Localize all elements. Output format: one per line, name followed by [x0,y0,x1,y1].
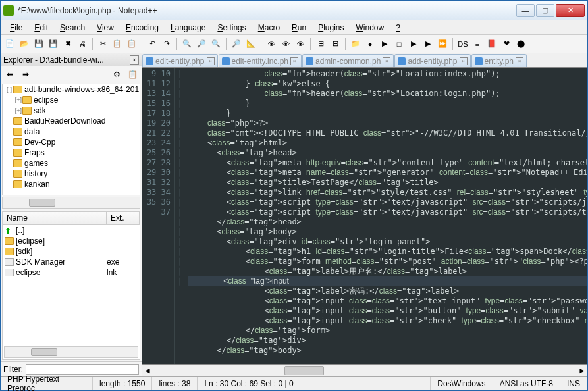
maximize-button[interactable]: ▢ [536,4,554,17]
folder-icon [22,96,32,104]
toolbar-button[interactable]: ⬤ [514,38,527,51]
toolbar-button[interactable]: ⏩ [436,38,449,51]
file-row[interactable]: [eclipse] [3,236,140,246]
nav-tool2-icon[interactable]: 📋 [126,68,139,80]
tree-item[interactable]: Dev-Cpp [3,137,140,147]
toolbar-button[interactable]: ⊞ [314,38,327,51]
code-editor[interactable]: class="fn">header(class="str">"Location:… [184,68,587,364]
toolbar-button[interactable]: 📂 [18,38,31,51]
app-window: *E:\www\filedock\login.php - Notepad++ —… [0,0,588,391]
titlebar[interactable]: *E:\www\filedock\login.php - Notepad++ —… [1,1,587,20]
nav-back-icon[interactable]: ⬅ [3,68,16,80]
explorer-panel: Explorer - D:\adt-bundle-wi... × ⬅ ➡ ⚙ 📋… [1,53,142,376]
close-button[interactable]: ✕ [556,4,585,17]
nav-tool-icon[interactable]: ⚙ [110,68,123,80]
toolbar-button[interactable]: □ [392,38,406,51]
tree-item[interactable]: data [3,126,140,137]
tree-hscrollbar[interactable] [2,197,140,209]
toolbar-button[interactable]: 📕 [485,38,498,51]
toolbar-button[interactable]: 🔍 [209,38,223,51]
sb-encoding: ANSI as UTF-8 [493,377,560,390]
tree-item[interactable]: [-]adt-bundle-windows-x86_64-201 [3,84,140,95]
fold-column[interactable]: │ │ │ │ │ │ │ │ │ │ │ │ │ │ │ │ │ │ │ │ … [175,68,184,364]
menu-encoding[interactable]: Encoding [120,22,164,34]
toolbar-button[interactable]: ▶ [378,38,391,51]
toolbar-button[interactable]: ✂ [96,38,109,51]
tab-close-icon[interactable]: × [207,57,215,65]
toolbar-button[interactable]: 📐 [244,38,257,51]
menu-window[interactable]: Window [351,22,390,34]
toolbar-button[interactable]: 📋 [111,38,124,51]
explorer-close-button[interactable]: × [130,55,139,65]
toolbar-button[interactable]: DS [456,38,469,51]
nav-fwd-icon[interactable]: ➡ [19,68,32,80]
file-row[interactable]: ⬆[..] [3,225,140,236]
menu-search[interactable]: Search [55,22,90,34]
tree-item[interactable]: games [3,158,140,169]
menu-macro[interactable]: Macro [253,22,285,34]
filter-input[interactable] [26,364,139,375]
toolbar-button[interactable]: 👁 [279,38,292,51]
toolbar: 📄📂💾💾✖🖨✂📋📋↶↷🔍🔎🔍🔎📐👁👁👁⊞⊟📁●▶□▶▶⏩DS≡📕❤⬤ [1,35,587,53]
folder-icon [13,170,22,178]
menu-language[interactable]: Language [165,22,211,34]
toolbar-button[interactable]: 🖨 [76,38,89,51]
tree-item[interactable]: BaiduReaderDownload [3,116,140,126]
tree-item[interactable]: [+]sdk [3,105,140,116]
editor-tab[interactable]: entity.ph× [471,54,527,67]
file-row[interactable]: eclipselnk [3,267,140,278]
toolbar-button[interactable]: ↷ [160,38,173,51]
toolbar-button[interactable]: 💾 [32,38,45,51]
statusbar: PHP Hypertext Preproc length : 1550 line… [1,376,587,390]
tree-item[interactable]: [+]eclipse [3,95,140,105]
menu-file[interactable]: File [5,22,28,34]
toolbar-button[interactable]: 📁 [349,38,362,51]
folder-tree[interactable]: [-]adt-bundle-windows-x86_64-201[+]eclip… [2,84,140,195]
sb-position: Ln : 30 Col : 69 Sel : 0 | 0 [198,377,431,390]
filelist-hscrollbar[interactable] [4,346,138,358]
tree-item[interactable]: history [3,169,140,179]
toolbar-button[interactable]: 🔎 [230,38,243,51]
editor-tab[interactable]: edit-entity.inc.ph× [219,54,302,67]
menu-?[interactable]: ? [390,22,406,34]
toolbar-button[interactable]: 🔎 [195,38,208,51]
file-icon [222,57,230,65]
editor-hscrollbar[interactable]: ◄ ► [142,364,587,376]
tab-close-icon[interactable]: × [383,57,390,65]
file-row[interactable]: SDK Managerexe [3,257,140,267]
editor-tab[interactable]: add-entity.php× [394,54,470,67]
file-icon [475,57,483,65]
file-icon [398,57,406,65]
toolbar-button[interactable]: ▶ [421,38,435,51]
col-name[interactable]: Name [3,212,107,224]
menu-plugins[interactable]: Plugins [313,22,349,34]
toolbar-button[interactable]: 💾 [47,38,60,51]
toolbar-button[interactable]: ▶ [407,38,420,51]
toolbar-button[interactable]: 👁 [265,38,278,51]
toolbar-button[interactable]: ● [363,38,377,51]
editor-tab[interactable]: edit-entity.php× [142,54,218,67]
tab-close-icon[interactable]: × [460,57,468,65]
sb-eol: Dos\Windows [431,377,493,390]
col-ext[interactable]: Ext. [107,212,140,224]
tab-close-icon[interactable]: × [290,57,298,65]
menu-edit[interactable]: Edit [29,22,53,34]
menu-view[interactable]: View [92,22,119,34]
toolbar-button[interactable]: 🔍 [180,38,194,51]
tree-item[interactable]: Fraps [3,147,140,158]
tree-item[interactable]: kankan [3,179,140,190]
editor-tab[interactable]: admin-common.ph× [302,54,394,67]
toolbar-button[interactable]: ✖ [61,38,74,51]
tab-close-icon[interactable]: × [516,57,523,65]
menu-run[interactable]: Run [286,22,311,34]
toolbar-button[interactable]: ≡ [471,38,484,51]
toolbar-button[interactable]: ↶ [146,38,159,51]
toolbar-button[interactable]: 👁 [294,38,307,51]
toolbar-button[interactable]: 📄 [3,38,16,51]
menu-settings[interactable]: Settings [212,22,251,34]
toolbar-button[interactable]: ❤ [500,38,513,51]
minimize-button[interactable]: — [516,4,535,17]
toolbar-button[interactable]: 📋 [125,38,138,51]
file-row[interactable]: [sdk] [3,246,140,257]
toolbar-button[interactable]: ⊟ [329,38,342,51]
